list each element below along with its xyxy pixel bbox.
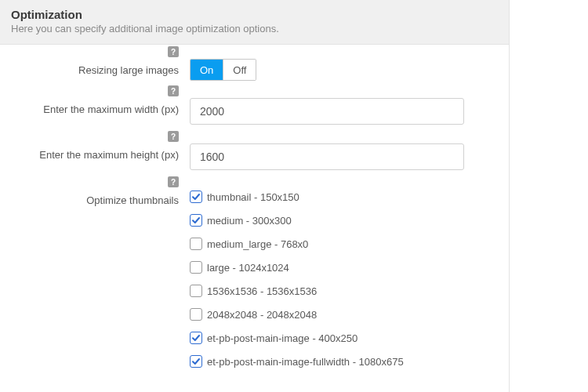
thumbnail-option[interactable]: et-pb-post-main-image - 400x250: [190, 332, 490, 344]
row-max-height: ? Enter the maximum height (px): [0, 143, 490, 170]
panel-description: Here you can specify additional image op…: [11, 23, 498, 34]
checkbox-icon[interactable]: [190, 285, 202, 297]
max-height-input[interactable]: [190, 143, 464, 170]
checkbox-icon[interactable]: [190, 261, 202, 274]
thumbnail-option[interactable]: et-pb-post-main-image-fullwidth - 1080x6…: [190, 355, 490, 368]
help-icon[interactable]: ?: [168, 85, 179, 96]
checkbox-icon[interactable]: [190, 308, 202, 321]
checkbox-icon[interactable]: [190, 191, 202, 203]
max-width-input[interactable]: [190, 98, 464, 125]
thumbnail-label: 2048x2048 - 2048x2048: [207, 309, 317, 321]
control-col: [190, 98, 490, 125]
label-col: ? Optimize thumbnails: [0, 189, 190, 208]
label-max-height: Enter the maximum height (px): [39, 148, 179, 162]
thumbnail-label: 1536x1536 - 1536x1536: [207, 285, 317, 297]
thumbnail-label: thumbnail - 150x150: [207, 191, 299, 203]
toggle-off-button[interactable]: Off: [223, 60, 256, 80]
row-resize: ? Resizing large images On Off: [0, 59, 490, 81]
thumbnail-label: medium_large - 768x0: [207, 238, 308, 250]
control-col: On Off: [190, 59, 490, 81]
form-body: ? Resizing large images On Off ? Enter t…: [0, 45, 509, 368]
thumbnail-option[interactable]: medium - 300x300: [190, 214, 490, 227]
label-resize: Resizing large images: [78, 64, 179, 78]
help-icon[interactable]: ?: [168, 46, 179, 57]
thumbnail-option[interactable]: thumbnail - 150x150: [190, 191, 490, 203]
checkbox-icon[interactable]: [190, 238, 202, 250]
help-icon[interactable]: ?: [168, 131, 179, 142]
panel-header: Optimization Here you can specify additi…: [0, 0, 509, 45]
resize-toggle: On Off: [190, 59, 256, 81]
panel-title: Optimization: [11, 8, 498, 21]
thumbnail-label: medium - 300x300: [207, 215, 292, 227]
checkbox-icon[interactable]: [190, 332, 202, 344]
thumbnail-label: et-pb-post-main-image-fullwidth - 1080x6…: [207, 356, 404, 368]
help-icon[interactable]: ?: [168, 176, 179, 187]
optimization-panel: Optimization Here you can specify additi…: [0, 0, 510, 392]
thumbnail-option[interactable]: 1536x1536 - 1536x1536: [190, 285, 490, 297]
thumbnail-label: large - 1024x1024: [207, 262, 289, 274]
toggle-on-button[interactable]: On: [191, 60, 223, 80]
label-max-width: Enter the maximum width (px): [43, 103, 179, 117]
thumbnail-option[interactable]: 2048x2048 - 2048x2048: [190, 308, 490, 321]
label-col: ? Resizing large images: [0, 59, 190, 78]
row-optimize-thumbs: ? Optimize thumbnails thumbnail - 150x15…: [0, 189, 490, 368]
label-optimize-thumbs: Optimize thumbnails: [86, 194, 179, 208]
control-col: [190, 143, 490, 170]
control-col: thumbnail - 150x150medium - 300x300mediu…: [190, 189, 490, 368]
thumbnail-list: thumbnail - 150x150medium - 300x300mediu…: [190, 189, 490, 368]
thumbnail-option[interactable]: medium_large - 768x0: [190, 238, 490, 250]
checkbox-icon[interactable]: [190, 355, 202, 368]
row-max-width: ? Enter the maximum width (px): [0, 98, 490, 125]
checkbox-icon[interactable]: [190, 214, 202, 227]
thumbnail-option[interactable]: large - 1024x1024: [190, 261, 490, 274]
label-col: ? Enter the maximum height (px): [0, 143, 190, 162]
thumbnail-label: et-pb-post-main-image - 400x250: [207, 332, 358, 344]
label-col: ? Enter the maximum width (px): [0, 98, 190, 117]
